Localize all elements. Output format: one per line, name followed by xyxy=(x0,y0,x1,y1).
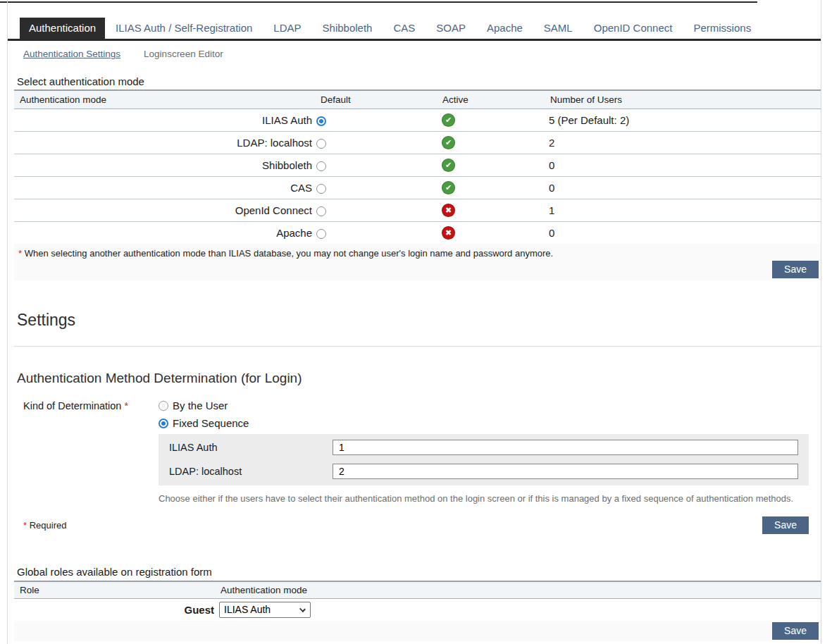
required-note: * Required xyxy=(23,520,66,531)
tab-cas[interactable]: CAS xyxy=(383,18,426,39)
user-count: 0 xyxy=(542,154,821,176)
sequence-ilias-auth-label: ILIAS Auth xyxy=(169,442,333,453)
active-status-icon xyxy=(442,181,455,194)
determination-byline: Choose either if the users have to selec… xyxy=(159,493,809,504)
default-radio[interactable] xyxy=(316,139,326,149)
save-auth-mode-button[interactable]: Save xyxy=(772,261,819,278)
by-the-user-radio[interactable] xyxy=(159,401,168,411)
default-radio[interactable] xyxy=(316,184,326,194)
section-divider xyxy=(14,346,821,347)
default-radio[interactable] xyxy=(316,206,326,216)
sequence-ilias-auth-input[interactable] xyxy=(333,440,798,455)
subtab-bar: Authentication Settings Loginscreen Edit… xyxy=(8,49,821,59)
column-header-authentication-mode: Authentication mode xyxy=(14,90,313,109)
table-row: Guest ILIAS Auth xyxy=(14,598,821,621)
kind-of-determination-row: Kind of Determination * By the User Fixe… xyxy=(8,399,821,504)
active-status-icon xyxy=(442,136,455,149)
default-radio[interactable] xyxy=(316,161,326,171)
roles-table: Role Authentication mode Guest ILIAS Aut… xyxy=(14,581,821,621)
active-status-icon xyxy=(442,226,455,240)
required-note-text: Required xyxy=(30,520,67,531)
table-row: Shibboleth 0 xyxy=(14,154,821,176)
required-note-asterisk: * xyxy=(23,520,27,531)
user-count: 0 xyxy=(542,221,821,244)
table-row: Apache 0 xyxy=(14,221,821,244)
subtab-authentication-settings[interactable]: Authentication Settings xyxy=(23,49,120,59)
auth-mode-label: Shibboleth xyxy=(14,154,313,176)
roles-table-title: Global roles available on registration f… xyxy=(17,566,821,578)
footnote-text: When selecting another authentication mo… xyxy=(25,248,553,259)
tab-authentication[interactable]: Authentication xyxy=(20,18,105,39)
save-settings-button[interactable]: Save xyxy=(762,516,809,534)
option-by-the-user[interactable]: By the User xyxy=(159,399,809,412)
field-label-text: Kind of Determination xyxy=(23,400,121,411)
column-header-authentication-mode: Authentication mode xyxy=(215,581,821,598)
column-header-number-of-users: Number of Users xyxy=(542,90,821,109)
fixed-sequence-radio[interactable] xyxy=(159,419,168,428)
tab-ldap[interactable]: LDAP xyxy=(263,18,311,39)
table-row: ILIAS Auth 5 (Per Default: 2) xyxy=(14,109,821,131)
user-count: 1 xyxy=(542,199,821,221)
tab-permissions[interactable]: Permissions xyxy=(683,18,762,39)
table-row: CAS 0 xyxy=(14,176,821,199)
required-save-row: * Required Save xyxy=(8,516,821,534)
tab-soap[interactable]: SOAP xyxy=(426,18,476,39)
roles-table-footer: Save xyxy=(14,621,821,641)
fixed-sequence-panel: ILIAS Auth LDAP: localhost xyxy=(159,434,809,485)
role-name: Guest xyxy=(14,598,215,621)
default-radio[interactable] xyxy=(316,229,326,239)
auth-mode-label: Apache xyxy=(14,221,313,244)
guest-auth-mode-select[interactable]: ILIAS Auth xyxy=(219,602,311,618)
active-status-icon xyxy=(442,113,455,127)
table-footer-block: * When selecting another authentication … xyxy=(14,244,821,280)
auth-mode-label: LDAP: localhost xyxy=(14,131,313,154)
column-header-active: Active xyxy=(435,90,542,109)
roles-table-header: Role Authentication mode xyxy=(14,581,821,598)
default-radio[interactable] xyxy=(316,116,326,126)
active-status-icon xyxy=(442,204,455,217)
fixed-sequence-label: Fixed Sequence xyxy=(173,417,249,429)
by-the-user-label: By the User xyxy=(173,400,228,411)
page: Authentication ILIAS Auth / Self-Registr… xyxy=(0,0,832,644)
sequence-ldap-input[interactable] xyxy=(333,464,798,479)
tab-shibboleth[interactable]: Shibboleth xyxy=(312,18,383,39)
active-status-icon xyxy=(442,159,455,172)
auth-mode-table-header: Authentication mode Default Active Numbe… xyxy=(14,90,821,109)
auth-mode-label: OpenId Connect xyxy=(14,199,313,221)
column-header-default: Default xyxy=(313,90,435,109)
user-count: 2 xyxy=(542,131,821,154)
tab-saml[interactable]: SAML xyxy=(533,18,583,39)
auth-mode-select-wrap: ILIAS Auth xyxy=(219,602,311,618)
tab-bar: Authentication ILIAS Auth / Self-Registr… xyxy=(8,18,821,41)
sequence-ldap-label: LDAP: localhost xyxy=(169,466,333,477)
auth-mode-footnote: * When selecting another authentication … xyxy=(18,248,819,259)
auth-mode-table-title: Select authentication mode xyxy=(17,75,821,87)
auth-mode-label: CAS xyxy=(14,176,313,199)
auth-mode-table: Authentication mode Default Active Numbe… xyxy=(14,89,821,244)
tab-openid-connect[interactable]: OpenID Connect xyxy=(583,18,683,39)
user-count: 0 xyxy=(542,176,821,199)
column-header-role: Role xyxy=(14,581,215,598)
save-roles-button[interactable]: Save xyxy=(772,622,819,640)
footnote-asterisk: * xyxy=(18,248,22,259)
table-row: LDAP: localhost 2 xyxy=(14,131,821,154)
user-count: 5 (Per Default: 2) xyxy=(542,109,821,131)
auth-method-determination-heading: Authentication Method Determination (for… xyxy=(17,370,821,387)
tab-apache[interactable]: Apache xyxy=(476,18,533,39)
tab-ilias-auth-self-registration[interactable]: ILIAS Auth / Self-Registration xyxy=(105,18,263,39)
auth-mode-label: ILIAS Auth xyxy=(14,109,313,131)
option-fixed-sequence[interactable]: Fixed Sequence xyxy=(159,416,809,430)
settings-heading: Settings xyxy=(17,310,821,330)
kind-of-determination-label: Kind of Determination * xyxy=(23,399,159,504)
subtab-loginscreen-editor[interactable]: Loginscreen Editor xyxy=(144,49,223,59)
required-asterisk: * xyxy=(124,400,128,411)
top-divider xyxy=(0,1,757,3)
table-row: OpenId Connect 1 xyxy=(14,199,821,221)
